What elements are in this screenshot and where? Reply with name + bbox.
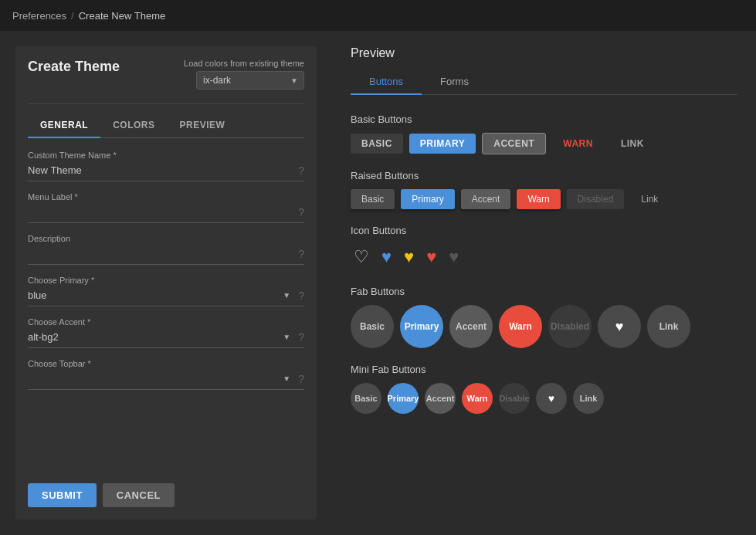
basic-btn-primary[interactable]: PRIMARY xyxy=(409,134,476,154)
fab-btn-heart[interactable]: ♥ xyxy=(598,305,641,348)
mini-fab-btn-link[interactable]: Link xyxy=(573,383,604,414)
choose-accent-arrow-icon: ▼ xyxy=(283,333,290,341)
panel-card: Create Theme Load colors from existing t… xyxy=(15,46,317,520)
load-colors-select[interactable]: ix-dark xyxy=(196,71,304,90)
choose-primary-help-icon[interactable]: ? xyxy=(298,290,304,302)
icon-btn-heart-red[interactable]: ♥ xyxy=(423,244,439,270)
fab-buttons-title: Fab Buttons xyxy=(351,286,737,297)
load-colors-select-wrapper[interactable]: ix-dark ▼ xyxy=(196,71,304,90)
basic-btn-link[interactable]: LINK xyxy=(610,134,655,154)
breadcrumb: Preferences / Create New Theme xyxy=(0,0,756,31)
choose-accent-help-icon[interactable]: ? xyxy=(298,331,304,344)
basic-btn-basic[interactable]: BASIC xyxy=(351,134,403,154)
fab-btn-warn[interactable]: Warn xyxy=(499,305,542,348)
choose-primary-row: blue ▼ ? xyxy=(28,288,304,306)
preview-tabs: Buttons Forms xyxy=(351,69,737,95)
basic-btn-warn[interactable]: WARN xyxy=(552,134,604,154)
basic-btn-accent[interactable]: ACCENT xyxy=(482,133,546,154)
mini-fab-btn-accent[interactable]: Accent xyxy=(425,383,456,414)
choose-topbar-label: Choose Topbar * xyxy=(28,359,304,368)
menu-label-label: Menu Label * xyxy=(28,192,304,201)
raised-btn-primary[interactable]: Primary xyxy=(401,189,454,209)
menu-label-field-group: Menu Label * ? xyxy=(28,192,304,223)
mini-fab-btn-warn[interactable]: Warn xyxy=(462,383,493,414)
tab-general[interactable]: GENERAL xyxy=(28,113,100,138)
raised-buttons-section: Raised Buttons Basic Primary Accent Warn… xyxy=(351,170,737,209)
header-divider xyxy=(28,103,304,104)
fab-btn-primary[interactable]: Primary xyxy=(400,305,443,348)
icon-buttons-title: Icon Buttons xyxy=(351,225,737,236)
breadcrumb-separator: / xyxy=(71,10,74,22)
mini-fab-btn-basic[interactable]: Basic xyxy=(351,383,381,414)
fab-btn-link[interactable]: Link xyxy=(647,305,690,348)
preview-tab-buttons[interactable]: Buttons xyxy=(351,69,422,95)
icon-btn-heart-yellow[interactable]: ♥ xyxy=(401,244,417,270)
choose-primary-label: Choose Primary * xyxy=(28,276,304,285)
choose-accent-select[interactable]: alt-bg2 xyxy=(28,330,283,344)
theme-name-field-group: Custom Theme Name * ? xyxy=(28,151,304,181)
fab-btn-disabled: Disabled xyxy=(548,305,592,348)
choose-topbar-field-group: Choose Topbar * ▼ ? xyxy=(28,359,304,390)
choose-accent-row: alt-bg2 ▼ ? xyxy=(28,330,304,348)
breadcrumb-current: Create New Theme xyxy=(79,10,165,22)
choose-primary-arrow-icon: ▼ xyxy=(283,291,290,300)
choose-primary-field-group: Choose Primary * blue ▼ ? xyxy=(28,276,304,306)
mini-fab-buttons-section: Mini Fab Buttons Basic Primary Accent Wa… xyxy=(351,364,737,414)
mini-fab-btn-disabled: Disable xyxy=(499,383,530,414)
fab-btn-accent[interactable]: Accent xyxy=(449,305,493,348)
mini-fab-btn-heart[interactable]: ♥ xyxy=(536,383,567,414)
mini-fab-btn-primary[interactable]: Primary xyxy=(388,383,419,414)
tab-colors[interactable]: COLORS xyxy=(100,113,167,138)
description-input[interactable] xyxy=(28,246,293,261)
icon-buttons-group: ♡ ♥ ♥ ♥ ♥ xyxy=(351,244,737,270)
theme-name-label: Custom Theme Name * xyxy=(28,151,304,160)
menu-label-row: ? xyxy=(28,205,304,223)
load-colors-section: Load colors from existing theme ix-dark … xyxy=(184,59,304,90)
raised-btn-basic[interactable]: Basic xyxy=(351,189,395,209)
load-colors-label: Load colors from existing theme xyxy=(184,59,304,68)
theme-name-input[interactable] xyxy=(28,163,293,178)
breadcrumb-parent[interactable]: Preferences xyxy=(12,10,66,22)
choose-accent-field-group: Choose Accent * alt-bg2 ▼ ? xyxy=(28,317,304,348)
basic-buttons-title: Basic Buttons xyxy=(351,113,737,125)
preview-title: Preview xyxy=(351,46,737,60)
icon-buttons-section: Icon Buttons ♡ ♥ ♥ ♥ ♥ xyxy=(351,225,737,270)
choose-topbar-row: ▼ ? xyxy=(28,371,304,390)
tab-preview[interactable]: PREVIEW xyxy=(168,113,238,138)
choose-primary-select[interactable]: blue xyxy=(28,288,283,303)
icon-btn-heart-outline[interactable]: ♡ xyxy=(351,244,372,270)
icon-btn-heart-dark[interactable]: ♥ xyxy=(446,244,462,270)
choose-topbar-help-icon[interactable]: ? xyxy=(298,373,304,385)
description-label: Description xyxy=(28,234,304,243)
mini-fab-buttons-group: Basic Primary Accent Warn Disable ♥ Link xyxy=(351,383,737,414)
choose-accent-label: Choose Accent * xyxy=(28,317,304,327)
submit-button[interactable]: SUBMIT xyxy=(28,483,97,507)
preview-tab-forms[interactable]: Forms xyxy=(422,69,487,95)
choose-topbar-select[interactable] xyxy=(28,371,283,386)
choose-topbar-arrow-icon: ▼ xyxy=(283,374,290,383)
mini-fab-buttons-title: Mini Fab Buttons xyxy=(351,364,737,375)
raised-buttons-group: Basic Primary Accent Warn Disabled Link xyxy=(351,189,737,209)
fab-buttons-group: Basic Primary Accent Warn Disabled ♥ Lin… xyxy=(351,305,737,348)
raised-btn-accent[interactable]: Accent xyxy=(461,189,511,209)
menu-label-input[interactable] xyxy=(28,205,293,219)
right-panel: Preview Buttons Forms Basic Buttons BASI… xyxy=(332,31,756,535)
description-help-icon[interactable]: ? xyxy=(298,248,304,260)
panel-header: Create Theme Load colors from existing t… xyxy=(28,59,304,90)
icon-btn-heart-blue[interactable]: ♥ xyxy=(378,244,395,270)
cancel-button[interactable]: CANCEL xyxy=(103,483,175,507)
left-panel: Create Theme Load colors from existing t… xyxy=(0,31,332,535)
raised-buttons-title: Raised Buttons xyxy=(351,170,737,181)
fab-buttons-section: Fab Buttons Basic Primary Accent Warn Di… xyxy=(351,286,737,348)
description-row: ? xyxy=(28,246,304,265)
theme-name-row: ? xyxy=(28,163,304,181)
tabs-row: GENERAL COLORS PREVIEW xyxy=(28,113,304,138)
raised-btn-link[interactable]: Link xyxy=(630,189,669,209)
menu-label-help-icon[interactable]: ? xyxy=(298,206,304,218)
panel-title: Create Theme xyxy=(28,59,120,75)
raised-btn-warn[interactable]: Warn xyxy=(517,189,560,209)
theme-name-help-icon[interactable]: ? xyxy=(298,164,304,177)
raised-btn-disabled: Disabled xyxy=(567,189,625,209)
bottom-buttons: SUBMIT CANCEL xyxy=(28,483,304,507)
fab-btn-basic[interactable]: Basic xyxy=(351,305,394,348)
